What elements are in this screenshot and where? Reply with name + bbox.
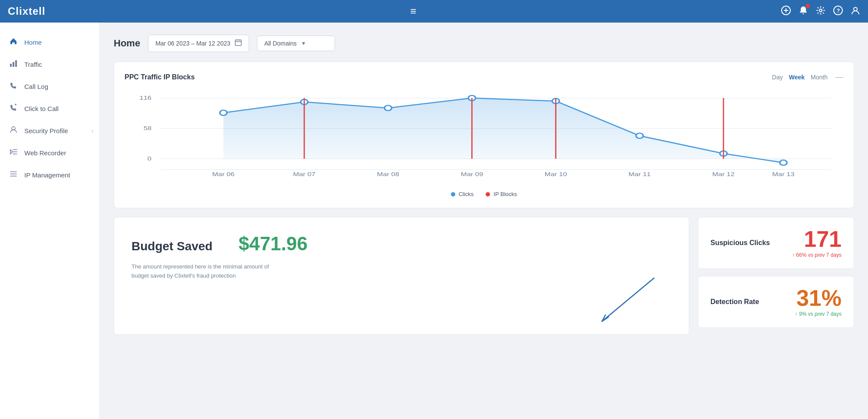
svg-text:116: 116 — [139, 95, 151, 101]
budget-description: The amount represented here is the minim… — [132, 262, 279, 281]
suspicious-arrow: ↑ — [792, 252, 795, 258]
chart-card: PPC Traffic IP Blocks Day Week Month — — [114, 62, 854, 208]
period-week[interactable]: Week — [789, 74, 805, 81]
detection-rate-card: Detection Rate 31% ↑ 9% vs prev 7 days — [698, 276, 854, 328]
click-to-call-icon — [9, 104, 18, 114]
ip-blocks-legend-label: IP Blocks — [493, 191, 517, 197]
svg-text:Mar 10: Mar 10 — [545, 171, 567, 177]
stats-column: Suspicious Clicks 171 ↑ 66% vs prev 7 da… — [698, 217, 854, 335]
detection-sub-text: 9% vs prev 7 days — [799, 311, 842, 317]
sidebar-item-web-recorder[interactable]: Web Recorder — [0, 142, 99, 164]
security-profile-icon — [9, 126, 18, 136]
svg-point-6 — [854, 7, 857, 11]
sidebar-webrecorder-label: Web Recorder — [24, 149, 66, 157]
budget-header: Budget Saved $471.96 — [132, 233, 671, 255]
sidebar-item-traffic[interactable]: Traffic — [0, 53, 99, 75]
svg-text:58: 58 — [144, 125, 151, 131]
sidebar-home-label: Home — [24, 39, 42, 46]
svg-rect-8 — [13, 62, 14, 67]
notification-bell[interactable] — [799, 6, 808, 17]
sidebar-item-call-log[interactable]: Call Log — [0, 75, 99, 98]
click-dot-6 — [636, 133, 644, 138]
clicks-legend-label: Clicks — [459, 191, 474, 197]
topnav: Clixtell ≡ ? — [0, 0, 868, 23]
click-dot-1 — [220, 110, 227, 115]
chart-area-fill — [224, 98, 783, 163]
budget-arrow — [593, 274, 663, 326]
ip-blocks-legend-dot — [486, 192, 490, 196]
click-dot-8 — [780, 160, 787, 165]
sidebar: Home Traffic Call Log — [0, 23, 100, 419]
sidebar-item-security-profile[interactable]: Security Profile ‹ — [0, 120, 99, 142]
svg-rect-16 — [235, 40, 241, 46]
suspicious-clicks-label: Suspicious Clicks — [710, 239, 770, 247]
home-icon — [9, 37, 18, 47]
suspicious-clicks-value-area: 171 ↑ 66% vs prev 7 days — [792, 228, 842, 258]
hamburger-menu[interactable]: ≡ — [410, 5, 416, 17]
detection-rate-sub: ↑ 9% vs prev 7 days — [795, 311, 842, 317]
date-range-text: Mar 06 2023 – Mar 12 2023 — [155, 40, 230, 47]
page-header: Home Mar 06 2023 – Mar 12 2023 All Domai… — [114, 35, 854, 52]
add-icon[interactable] — [781, 6, 791, 17]
click-dot-3 — [385, 105, 392, 111]
chart-area: 116 58 0 — [125, 89, 843, 185]
domain-selector[interactable]: All Domains ▼ — [257, 36, 335, 51]
chart-svg: 116 58 0 — [125, 89, 843, 185]
main-layout: Home Traffic Call Log — [0, 23, 868, 419]
detection-rate-value: 31% — [795, 287, 842, 309]
sidebar-security-label: Security Profile — [24, 127, 68, 134]
chart-controls: Day Week Month — — [772, 72, 843, 82]
settings-icon[interactable] — [816, 6, 825, 17]
sidebar-item-click-to-call[interactable]: Click to Call — [0, 98, 99, 120]
period-month[interactable]: Month — [811, 74, 828, 81]
period-day[interactable]: Day — [772, 74, 783, 81]
help-icon[interactable]: ? — [833, 6, 843, 17]
svg-text:Mar 13: Mar 13 — [772, 171, 795, 177]
domain-label: All Domains — [264, 40, 297, 47]
minimize-icon[interactable]: — — [835, 72, 843, 82]
svg-point-3 — [819, 9, 822, 12]
budget-label: Budget Saved — [132, 239, 213, 253]
detection-arrow: ↑ — [795, 311, 798, 317]
legend-ip-blocks: IP Blocks — [486, 191, 517, 197]
logo: Clixtell — [8, 5, 46, 17]
sidebar-ipmanagement-label: IP Management — [24, 171, 70, 179]
notification-dot — [806, 4, 810, 8]
security-chevron-icon: ‹ — [92, 128, 93, 134]
main-content: Home Mar 06 2023 – Mar 12 2023 All Domai… — [100, 23, 868, 419]
detection-rate-label: Detection Rate — [710, 298, 759, 306]
date-picker-button[interactable]: Mar 06 2023 – Mar 12 2023 — [148, 35, 249, 52]
legend-clicks: Clicks — [451, 191, 474, 197]
bottom-row: Budget Saved $471.96 The amount represen… — [114, 217, 854, 335]
svg-text:Mar 07: Mar 07 — [293, 171, 316, 177]
svg-text:Mar 08: Mar 08 — [377, 171, 399, 177]
svg-text:?: ? — [837, 7, 840, 14]
sidebar-traffic-label: Traffic — [24, 61, 42, 68]
svg-rect-7 — [10, 64, 12, 67]
phone-icon — [9, 82, 18, 92]
web-recorder-icon — [9, 148, 18, 158]
suspicious-clicks-value: 171 — [792, 228, 842, 250]
page-title: Home — [114, 38, 140, 49]
clicks-legend-dot — [451, 192, 455, 196]
sidebar-item-ip-management[interactable]: IP Management — [0, 164, 99, 186]
suspicious-sub-text: 66% vs prev 7 days — [796, 252, 842, 258]
user-icon[interactable] — [851, 6, 860, 17]
svg-text:Mar 11: Mar 11 — [628, 171, 651, 177]
svg-rect-9 — [15, 60, 17, 67]
sidebar-item-home[interactable]: Home — [0, 31, 99, 53]
suspicious-clicks-sub: ↑ 66% vs prev 7 days — [792, 252, 842, 258]
chart-title: PPC Traffic IP Blocks — [125, 73, 195, 81]
chart-header: PPC Traffic IP Blocks Day Week Month — — [125, 72, 843, 82]
budget-amount: $471.96 — [239, 233, 308, 255]
traffic-icon — [9, 59, 18, 69]
svg-text:Mar 06: Mar 06 — [212, 171, 235, 177]
suspicious-clicks-card: Suspicious Clicks 171 ↑ 66% vs prev 7 da… — [698, 217, 854, 269]
topnav-actions: ? — [781, 6, 860, 17]
svg-text:0: 0 — [148, 156, 151, 161]
ip-management-icon — [9, 170, 18, 180]
chart-period-buttons: Day Week Month — [772, 74, 828, 81]
sidebar-calllog-label: Call Log — [24, 83, 48, 90]
chart-legend: Clicks IP Blocks — [125, 191, 843, 197]
sidebar-clicktocall-label: Click to Call — [24, 105, 59, 112]
